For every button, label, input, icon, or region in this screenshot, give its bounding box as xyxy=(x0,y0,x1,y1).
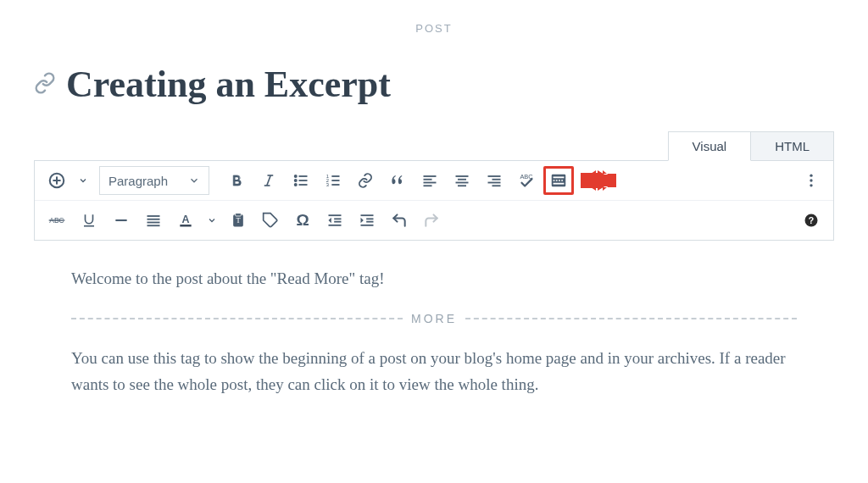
separator-label: MORE xyxy=(403,312,465,325)
clear-formatting-button[interactable] xyxy=(255,206,286,235)
link-button[interactable] xyxy=(350,166,381,195)
tab-html[interactable]: HTML xyxy=(751,131,834,161)
svg-text:A: A xyxy=(181,214,189,225)
content-paragraph-2: You can use this tag to show the beginni… xyxy=(71,346,797,397)
paragraph-style-label: Paragraph xyxy=(108,174,168,188)
separator-dash-right xyxy=(465,318,797,319)
add-block-button[interactable] xyxy=(42,166,72,195)
outdent-button[interactable] xyxy=(320,206,350,235)
svg-point-41 xyxy=(810,184,812,186)
redo-button[interactable] xyxy=(416,206,447,235)
svg-point-39 xyxy=(810,175,812,177)
horizontal-rule-button[interactable] xyxy=(106,206,136,235)
svg-text:3: 3 xyxy=(326,182,329,187)
paste-plain-button[interactable]: T xyxy=(223,206,253,235)
toolbar-row-2: ABC A T xyxy=(35,200,833,240)
read-more-button[interactable] xyxy=(543,166,574,195)
editor-tabs: Visual HTML xyxy=(34,131,834,161)
italic-button[interactable] xyxy=(253,166,284,195)
more-options-button[interactable] xyxy=(796,166,826,195)
editor-toolbar: Paragraph 123 xyxy=(34,160,834,241)
text-color-dropdown[interactable] xyxy=(203,206,221,235)
page-header: POST xyxy=(0,0,868,46)
indent-button[interactable] xyxy=(352,206,382,235)
svg-line-5 xyxy=(267,175,271,186)
text-color-button[interactable]: A xyxy=(170,206,201,235)
editor-wrap: Visual HTML Paragraph xyxy=(0,131,868,397)
separator-dash-left xyxy=(71,318,403,319)
page-title[interactable]: Creating an Excerpt xyxy=(66,63,391,106)
bullet-list-button[interactable] xyxy=(286,166,316,195)
svg-rect-34 xyxy=(554,183,565,185)
svg-point-11 xyxy=(295,184,297,186)
align-justify-button[interactable] xyxy=(138,206,169,235)
svg-rect-32 xyxy=(554,176,565,178)
strikethrough-button[interactable]: ABC xyxy=(42,206,72,235)
callout-arrow-icon xyxy=(581,170,616,191)
special-character-button[interactable]: Ω xyxy=(287,206,318,235)
undo-button[interactable] xyxy=(384,206,415,235)
underline-button[interactable] xyxy=(74,206,104,235)
permalink-icon[interactable] xyxy=(34,72,56,97)
add-block-dropdown[interactable] xyxy=(74,166,92,195)
read-more-separator: MORE xyxy=(71,312,797,325)
svg-text:?: ? xyxy=(809,215,814,225)
toolbar-row-1: Paragraph 123 xyxy=(35,161,833,200)
align-right-button[interactable] xyxy=(479,166,509,195)
paragraph-style-select[interactable]: Paragraph xyxy=(99,166,209,195)
spellcheck-button[interactable]: ABC xyxy=(511,166,542,195)
svg-text:T: T xyxy=(236,217,240,225)
post-type-label: POST xyxy=(415,22,452,35)
svg-rect-37 xyxy=(594,175,616,186)
numbered-list-button[interactable]: 123 xyxy=(318,166,348,195)
svg-rect-51 xyxy=(180,225,191,227)
help-button[interactable]: ? xyxy=(796,206,826,235)
svg-point-10 xyxy=(295,180,297,181)
content-paragraph-1: Welcome to the post about the "Read More… xyxy=(71,266,797,291)
bold-button[interactable] xyxy=(221,166,252,195)
align-left-button[interactable] xyxy=(415,166,445,195)
blockquote-button[interactable] xyxy=(382,166,413,195)
svg-rect-53 xyxy=(236,214,242,216)
content-area[interactable]: Welcome to the post about the "Read More… xyxy=(34,241,834,397)
align-center-button[interactable] xyxy=(447,166,477,195)
svg-point-9 xyxy=(295,175,297,177)
tab-visual[interactable]: Visual xyxy=(668,131,752,161)
svg-point-40 xyxy=(810,179,812,181)
title-row: Creating an Excerpt xyxy=(0,46,868,131)
